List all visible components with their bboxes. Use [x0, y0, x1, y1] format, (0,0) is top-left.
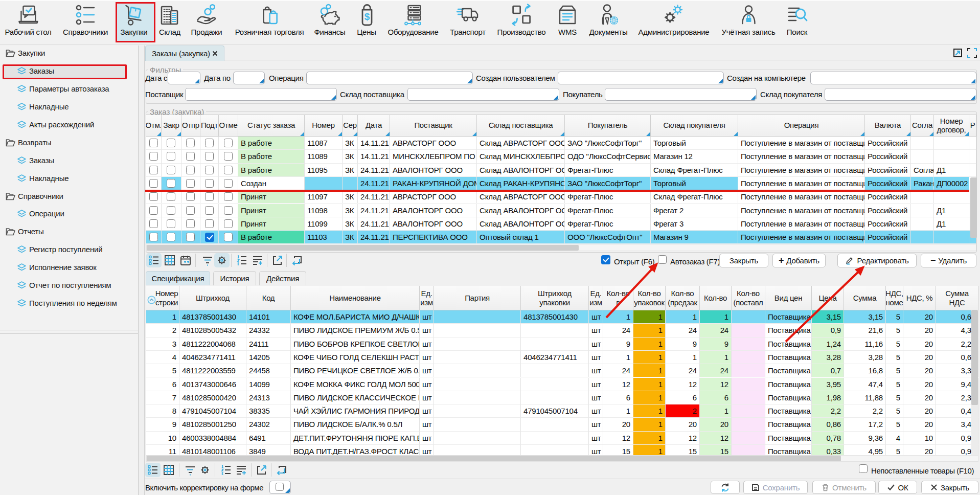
svg-text:$: $: [364, 11, 370, 22]
